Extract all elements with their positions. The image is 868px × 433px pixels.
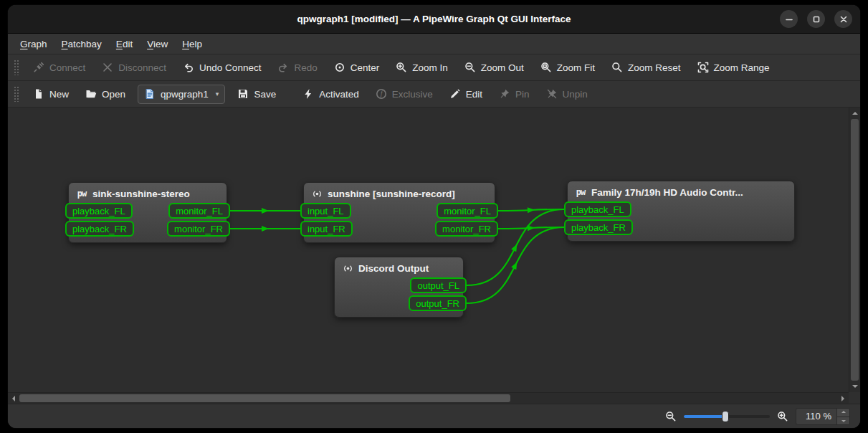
toolbar-button-open[interactable]: Open <box>78 84 133 105</box>
node-header: sunshine [sunshine-record] <box>304 186 495 203</box>
minimize-button[interactable] <box>780 10 798 28</box>
vertical-scrollbar[interactable] <box>849 108 860 392</box>
toolbar-button-label: Activated <box>319 89 359 100</box>
toolbar-button-pin[interactable]: Pin <box>492 84 537 105</box>
node-discord[interactable]: Discord Outputoutput_FLoutput_FR <box>334 257 464 318</box>
toolbar-button-undo-connect[interactable]: Undo Connect <box>176 57 268 78</box>
wire[interactable] <box>498 209 564 211</box>
toolbar-button-label: Center <box>350 62 380 73</box>
toolbar-button-redo[interactable]: Redo <box>270 57 324 78</box>
vertical-scroll-thumb[interactable] <box>851 119 859 381</box>
toolbar-button-zoom-out[interactable]: Zoom Out <box>457 57 531 78</box>
toolbar-button-zoom-in[interactable]: Zoom In <box>388 57 455 78</box>
connect-icon <box>33 62 44 73</box>
toolbar-button-label: Redo <box>294 62 317 73</box>
zoom-out-icon[interactable] <box>665 411 677 422</box>
wire-arrow-icon <box>511 262 517 270</box>
node-header: pwFamily 17h/19h HD Audio Contr... <box>568 185 794 201</box>
node-family[interactable]: pwFamily 17h/19h HD Audio Contr...playba… <box>567 181 795 242</box>
port-output_FR[interactable]: output_FR <box>409 295 467 311</box>
menu-view[interactable]: View <box>140 36 174 52</box>
horizontal-scroll-thumb[interactable] <box>19 394 510 402</box>
toolbar-button-label: Zoom Fit <box>557 62 595 73</box>
toolbar-button-exclusive[interactable]: fExclusive <box>368 84 440 105</box>
scrollbar-corner <box>849 392 860 404</box>
horizontal-scrollbar[interactable] <box>8 392 849 404</box>
toolbar-button-label: Zoom In <box>412 62 448 73</box>
port-monitor_FL[interactable]: monitor_FL <box>437 203 498 219</box>
zoom-spin-down-button[interactable] <box>837 417 849 424</box>
port-playback_FL[interactable]: playback_FL <box>564 201 631 217</box>
toolbar-button-unpin[interactable]: Unpin <box>539 84 595 105</box>
menu-edit[interactable]: Edit <box>110 36 139 52</box>
node-sunshine[interactable]: sunshine [sunshine-record]input_FLmonito… <box>303 182 495 243</box>
dropdown-arrow-icon: ▾ <box>216 90 219 97</box>
port-monitor_FR[interactable]: monitor_FR <box>167 221 230 237</box>
activated-icon <box>302 88 314 100</box>
maximize-icon <box>811 14 822 25</box>
menu-help[interactable]: Help <box>176 36 209 52</box>
port-input_FR[interactable]: input_FR <box>300 221 353 237</box>
toolbar-button-label: Disconnect <box>118 62 166 73</box>
menu-patchbay[interactable]: Patchbay <box>55 36 108 52</box>
port-playback_FL[interactable]: playback_FL <box>65 203 133 219</box>
toolbar-button-connect[interactable]: Connect <box>26 57 92 78</box>
wire[interactable] <box>498 227 564 229</box>
vertical-scroll-track[interactable] <box>849 119 860 381</box>
wire-arrow-icon <box>262 208 269 214</box>
zoom-in-icon[interactable] <box>777 411 788 422</box>
combo-profile[interactable]: qpwgraph1▾ <box>138 85 225 104</box>
scroll-right-icon <box>841 396 847 401</box>
edit-icon <box>449 88 461 100</box>
zoom-slider[interactable] <box>684 411 770 422</box>
toolbar-button-zoom-fit[interactable]: Zoom Fit <box>533 57 602 78</box>
graph-canvas[interactable]: pwsink-sunshine-stereoplayback_FLmonitor… <box>8 108 849 392</box>
toolbar-patchbay: NewOpenqpwgraph1▾SaveActivatedfExclusive… <box>8 81 860 108</box>
zoom-spinbox[interactable]: 110 % <box>796 408 850 425</box>
toolbar-button-label: Pin <box>515 89 530 100</box>
close-button[interactable] <box>834 10 852 28</box>
toolbar-button-center[interactable]: Center <box>327 57 387 78</box>
toolbar-button-disconnect[interactable]: Disconnect <box>95 57 173 78</box>
toolbar-drag-handle[interactable] <box>14 60 19 75</box>
toolbar-button-label: New <box>49 89 69 100</box>
toolbar-button-edit[interactable]: Edit <box>442 84 490 105</box>
node-header: Discord Output <box>335 261 463 277</box>
node-title: sink-sunshine-stereo <box>92 189 190 199</box>
scroll-down-button[interactable] <box>849 381 860 392</box>
zoom-spin-up-button[interactable] <box>837 409 849 417</box>
open-icon <box>85 88 97 100</box>
patchbay-file-icon <box>144 88 156 100</box>
port-playback_FR[interactable]: playback_FR <box>65 221 134 237</box>
horizontal-scroll-track[interactable] <box>19 393 837 404</box>
node-header: pwsink-sunshine-stereo <box>69 186 226 203</box>
scroll-left-button[interactable] <box>8 393 19 404</box>
zoom-slider-handle[interactable] <box>722 411 729 422</box>
scroll-right-button[interactable] <box>837 393 849 404</box>
main-area: pwsink-sunshine-stereoplayback_FLmonitor… <box>8 108 860 404</box>
titlebar[interactable]: qpwgraph1 [modified] — A PipeWire Graph … <box>8 5 860 34</box>
toolbar-button-activated[interactable]: Activated <box>295 84 366 105</box>
pipewire-icon: pw <box>76 188 87 199</box>
toolbar-button-label: Connect <box>49 62 85 73</box>
toolbar-button-label: Exclusive <box>392 89 433 100</box>
port-output_FL[interactable]: output_FL <box>410 277 467 293</box>
toolbar-button-zoom-reset[interactable]: Zoom Reset <box>604 57 688 78</box>
menu-graph[interactable]: Graph <box>14 36 54 52</box>
toolbar-button-zoom-range[interactable]: Zoom Range <box>690 57 777 78</box>
wires-layer <box>8 108 849 392</box>
toolbar-drag-handle[interactable] <box>14 86 19 102</box>
port-monitor_FL[interactable]: monitor_FL <box>168 203 230 219</box>
port-input_FL[interactable]: input_FL <box>300 203 351 219</box>
scroll-up-button[interactable] <box>849 108 860 119</box>
maximize-button[interactable] <box>807 10 825 28</box>
window-controls <box>780 5 852 33</box>
undo-icon <box>183 62 194 73</box>
node-sink[interactable]: pwsink-sunshine-stereoplayback_FLmonitor… <box>68 182 227 243</box>
port-monitor_FR[interactable]: monitor_FR <box>435 221 498 237</box>
toolbar-button-save[interactable]: Save <box>230 84 283 105</box>
toolbar-button-new[interactable]: New <box>26 84 76 105</box>
toolbar-button-label: Zoom Range <box>714 62 770 73</box>
zoom-range-icon <box>697 62 709 73</box>
port-playback_FR[interactable]: playback_FR <box>564 219 633 235</box>
